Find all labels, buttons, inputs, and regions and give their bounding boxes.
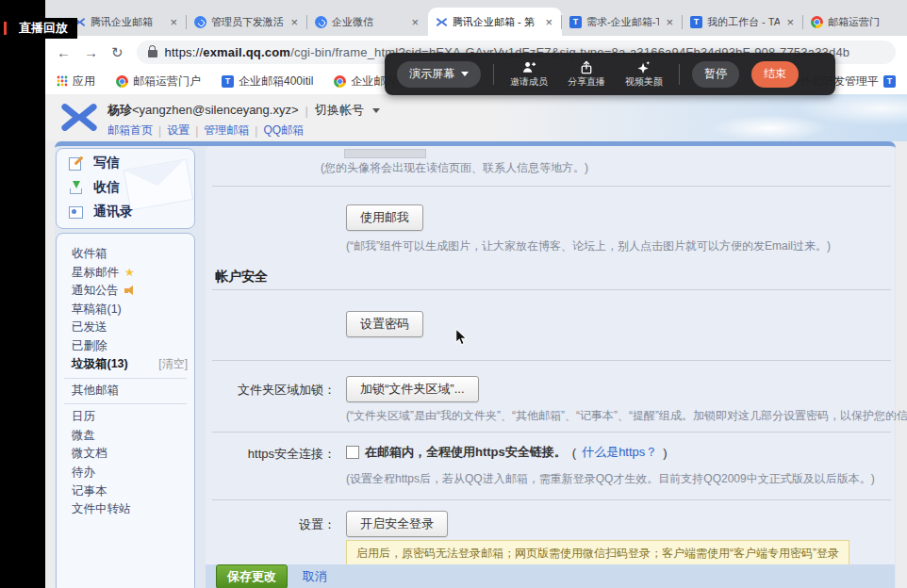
tab-close-icon[interactable]: × xyxy=(543,15,554,29)
receive-icon xyxy=(69,180,84,195)
save-changes-button[interactable]: 保存更改 xyxy=(216,564,288,588)
blue-square-icon: T xyxy=(222,75,234,88)
live-replay-badge: 直播回放 xyxy=(2,18,77,39)
tab-close-icon[interactable]: × xyxy=(784,15,796,29)
account-user: 杨珍<yangzhen@silenceyang.xyz> xyxy=(107,102,299,119)
nav-qq-mail[interactable]: QQ邮箱 xyxy=(263,122,304,139)
tapd-favicon-icon: T xyxy=(690,16,702,28)
folder-sent[interactable]: 已发送 xyxy=(57,318,194,337)
tab-close-icon[interactable]: × xyxy=(168,15,179,29)
divider xyxy=(212,186,891,187)
bookmark-label: 邮箱运营门户 xyxy=(133,74,201,90)
tab-close-icon[interactable]: × xyxy=(409,15,421,29)
sidebar-apps: 日历 微盘 微文档 待办 记事本 文件中转站 xyxy=(57,408,194,519)
sidebar-item-calendar[interactable]: 日历 xyxy=(57,408,194,427)
divider xyxy=(212,432,891,433)
secure-login-warning: 启用后，原密码无法登录邮箱；网页版需使用微信扫码登录；客户端需使用“客户端专用密… xyxy=(346,540,849,567)
sidebar-item-notes[interactable]: 记事本 xyxy=(57,482,194,501)
tab-close-icon[interactable]: × xyxy=(289,15,300,29)
divider xyxy=(64,403,187,404)
wecom-favicon-icon xyxy=(315,16,327,28)
paren-close: ) xyxy=(663,446,667,460)
save-bar: 保存更改 取消 xyxy=(206,564,895,588)
folder-inbox[interactable]: 收件箱 xyxy=(57,245,194,264)
reload-icon[interactable]: ↻ xyxy=(111,45,124,59)
forward-icon[interactable]: → xyxy=(84,45,98,59)
separator: | xyxy=(195,124,198,138)
tab-wecom[interactable]: 企业微信 × xyxy=(307,8,428,36)
receive-button[interactable]: 收信 xyxy=(57,175,194,200)
invite-members-button[interactable]: 邀请成员 xyxy=(506,60,552,89)
empty-spam-link[interactable]: [清空] xyxy=(158,355,188,374)
folder-announcements[interactable]: 通知公告 xyxy=(57,282,194,301)
bookmark-mail-portal[interactable]: 邮箱运营门户 xyxy=(116,74,201,90)
cancel-link[interactable]: 取消 xyxy=(303,568,327,585)
end-button[interactable]: 结束 xyxy=(751,61,799,88)
tab-tapd-workbench[interactable]: T 我的工作台 - TAP × xyxy=(683,8,803,36)
bookmark-exmail-400[interactable]: T 企业邮箱400itil xyxy=(222,74,313,90)
tab-label: 需求-企业邮箱-TA xyxy=(586,15,659,29)
back-icon[interactable]: ← xyxy=(57,45,71,59)
sidebar-item-file-transfer[interactable]: 文件中转站 xyxy=(57,500,194,519)
mailme-button[interactable]: 使用邮我 xyxy=(346,204,423,231)
nav-manage-mail[interactable]: 管理邮箱 xyxy=(204,122,249,139)
url-protocol: https:// xyxy=(165,45,204,59)
user-email: <yangzhen@silenceyang.xyz> xyxy=(132,103,299,117)
exmail-favicon-icon xyxy=(436,16,448,28)
nav-settings[interactable]: 设置 xyxy=(167,122,190,139)
bookmark-label: 企业邮箱400itil xyxy=(239,74,313,90)
folder-spam[interactable]: 垃圾箱(13)[清空] xyxy=(57,355,194,374)
secure-login-label: 设置： xyxy=(206,516,336,533)
https-checkbox[interactable] xyxy=(346,446,359,459)
bookmark-apps[interactable]: 应用 xyxy=(57,74,95,90)
share-live-button[interactable]: 分享直播 xyxy=(564,60,609,89)
speaker-icon xyxy=(124,286,136,295)
invite-members-label: 邀请成员 xyxy=(510,75,548,89)
tab-label: 企业微信 xyxy=(332,15,404,29)
tab-activation-codes[interactable]: 管理员下发激活码 × xyxy=(187,8,307,36)
caret-down-icon xyxy=(372,108,380,113)
tab-mail-portal[interactable]: 邮箱运营门 xyxy=(803,8,907,36)
contacts-button[interactable]: 通讯录 xyxy=(57,200,194,224)
folder-deleted[interactable]: 已删除 xyxy=(57,337,194,356)
tab-label: 管理员下发激活码 xyxy=(211,15,284,29)
what-is-https-link[interactable]: 什么是https？ xyxy=(582,444,657,461)
video-beauty-button[interactable]: 视频美颜 xyxy=(621,60,667,89)
nav-mail-home[interactable]: 邮箱首页 xyxy=(107,122,153,139)
set-password-button[interactable]: 设置密码 xyxy=(346,311,423,337)
divider xyxy=(64,378,187,379)
lock-icon xyxy=(148,50,157,57)
exmail-header: 杨珍<yangzhen@silenceyang.xyz> | 切换帐号 邮箱首页… xyxy=(45,94,907,141)
tab-label: 腾讯企业邮箱 - 第 xyxy=(453,15,538,29)
pause-label: 暂停 xyxy=(704,66,727,82)
separator: | xyxy=(305,104,308,118)
compose-button[interactable]: 写信 xyxy=(57,151,194,175)
tab-close-icon[interactable]: × xyxy=(664,15,675,29)
folder-drafts[interactable]: 草稿箱(1) xyxy=(57,301,194,319)
pause-button[interactable]: 暂停 xyxy=(692,61,739,88)
contacts-icon xyxy=(69,204,84,220)
switch-account-link[interactable]: 切换帐号 xyxy=(315,102,364,119)
tab-exmail-1[interactable]: 腾讯企业邮箱 × xyxy=(66,8,187,36)
sidebar-folders: 收件箱 星标邮件★ 通知公告 草稿箱(1) 已发送 已删除 垃圾箱(13)[清空… xyxy=(56,233,195,588)
sidebar-item-weidrive[interactable]: 微盘 xyxy=(57,427,194,446)
share-live-label: 分享直播 xyxy=(568,75,605,89)
folder-other-mail[interactable]: 其他邮箱 xyxy=(57,382,194,400)
sidebar-actions: 写信 收信 通讯录 xyxy=(56,148,195,229)
account-info: 杨珍<yangzhen@silenceyang.xyz> | 切换帐号 邮箱首页… xyxy=(107,102,380,139)
https-hint: (设置全程https后，若从QQ进入邮箱，需重新登录QQ才生效。目前支持QQ20… xyxy=(346,471,875,487)
sidebar-item-weidocs[interactable]: 微文档 xyxy=(57,445,194,464)
folder-lock-button[interactable]: 加锁“文件夹区域”... xyxy=(346,376,479,402)
tab-tapd-requirement[interactable]: T 需求-企业邮箱-TA × xyxy=(562,8,683,36)
mail-main-container: 写信 收信 通讯录 收件箱 星标邮件★ 通知公告 草稿箱(1) 已发送 已删除 … xyxy=(55,141,896,588)
folder-starred[interactable]: 星标邮件★ xyxy=(57,264,194,283)
present-screen-button[interactable]: 演示屏幕 xyxy=(397,61,481,88)
video-beauty-label: 视频美颜 xyxy=(625,75,663,89)
avatar-hint: (您的头像将会出现在读信页面、联系人信息等地方。) xyxy=(321,160,588,176)
paren-open: ( xyxy=(572,446,576,460)
sidebar-item-todo[interactable]: 待办 xyxy=(57,464,194,482)
secure-login-button[interactable]: 开启安全登录 xyxy=(346,511,448,537)
divider xyxy=(212,360,891,361)
caret-down-icon xyxy=(461,72,469,76)
tab-exmail-active[interactable]: 腾讯企业邮箱 - 第 × xyxy=(428,8,562,36)
